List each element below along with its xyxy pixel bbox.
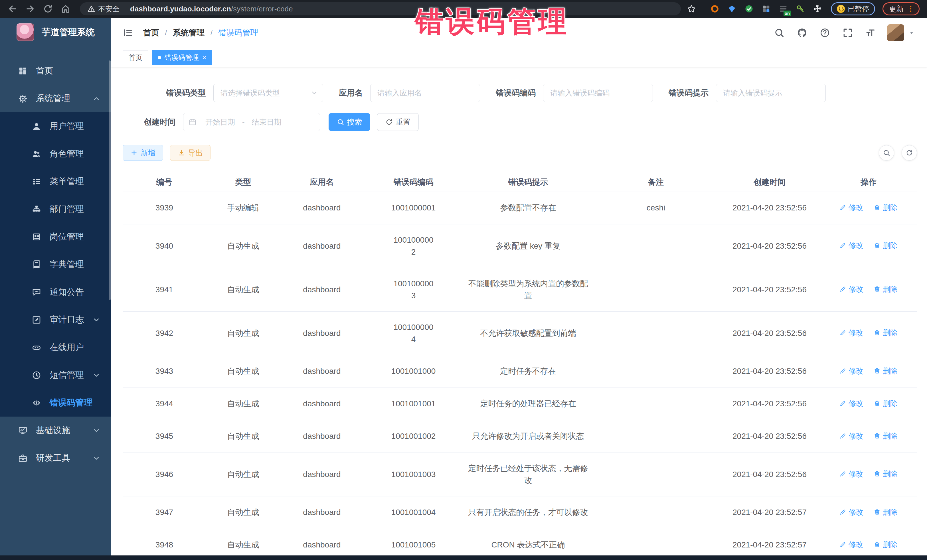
bookmark-star-icon[interactable] [687,4,696,14]
add-button[interactable]: 新增 [123,145,163,161]
refresh-table-button[interactable] [902,145,917,161]
github-icon[interactable] [797,28,807,38]
url-domain[interactable]: dashboard.yudao.iocoder.cn [130,5,231,14]
sidebar-item[interactable]: 研发工具 [0,444,111,472]
view-tab[interactable]: 首页 [123,50,148,65]
table-row[interactable]: 3940 自动生成 dashboard 100100000 2 参数配置 key… [123,224,917,268]
edit-link[interactable]: 修改 [839,539,863,551]
sidebar-item[interactable]: 首页 [0,57,111,85]
avatar-caret-down-icon[interactable] [908,29,915,36]
paused-extension-chip[interactable]: 已暂停 [831,2,875,15]
blue-gem-extension-icon[interactable] [726,3,737,14]
end-date-input[interactable] [245,118,288,127]
table-row[interactable]: 3946 自动生成 dashboard 1001001003 定时任务已经处于该… [123,452,917,496]
sidebar-item[interactable]: 通知公告 [0,278,111,306]
rows-extension-icon[interactable]: on [778,3,789,14]
security-label[interactable]: 不安全 [98,4,120,14]
breadcrumb-item[interactable]: 错误码管理 [205,27,258,38]
fullscreen-icon[interactable] [843,28,853,38]
green-key-extension-icon[interactable] [795,3,806,14]
sidebar-item[interactable]: 部门管理 [0,195,111,223]
edit-link[interactable]: 修改 [839,202,863,214]
delete-link[interactable]: 删除 [874,398,898,410]
hamburger-icon[interactable] [123,27,134,38]
delete-link[interactable]: 删除 [874,365,898,377]
view-tab[interactable]: 错误码管理 × [152,50,212,65]
trash-icon [874,470,880,477]
edit-link[interactable]: 修改 [839,398,863,410]
delete-link[interactable]: 删除 [874,202,898,214]
sidebar-scrollbar[interactable] [109,61,111,300]
start-date-input[interactable] [199,118,242,127]
browser-menu-dots-icon[interactable] [907,5,915,13]
green-check-extension-icon[interactable] [744,3,754,14]
browser-reload-icon[interactable] [43,4,53,14]
search-icon [337,118,344,126]
toggle-search-button[interactable] [879,145,894,161]
filter-input[interactable] [716,84,826,102]
logo[interactable]: 芋道管理系统 [0,18,111,47]
delete-link[interactable]: 删除 [874,539,898,551]
orange-ring-extension-icon[interactable] [710,3,720,14]
edit-link[interactable]: 修改 [839,506,863,518]
filter-input[interactable] [213,84,323,102]
edit-link[interactable]: 修改 [839,283,863,295]
delete-link[interactable]: 删除 [874,327,898,339]
chevron-down-icon[interactable] [311,89,318,97]
table-row[interactable]: 3941 自动生成 dashboard 100100000 3 不能删除类型为系… [123,268,917,311]
delete-link[interactable]: 删除 [874,430,898,442]
refresh-icon [906,149,913,156]
grid-extension-icon[interactable] [761,3,772,14]
reset-button[interactable]: 重置 [377,113,419,131]
edit-link[interactable]: 修改 [839,240,863,252]
cell-type: 自动生成 [206,224,280,268]
filter-input[interactable] [543,84,653,102]
sidebar-item[interactable]: 审计日志 [0,306,111,334]
font-size-icon[interactable] [865,28,876,38]
table-row[interactable]: 3939 手动编辑 dashboard 1001000001 参数配置不存在 c… [123,191,917,224]
sidebar-item[interactable]: 短信管理 [0,361,111,389]
sidebar-item[interactable]: 岗位管理 [0,223,111,250]
search-icon[interactable] [774,28,784,38]
address-bar[interactable]: 不安全 dashboard.yudao.iocoder.cn /system/e… [80,2,681,15]
filter-input[interactable] [370,84,480,102]
chrome-update-button[interactable]: 更新 [883,2,919,15]
table-row[interactable]: 3942 自动生成 dashboard 100100000 4 不允许获取敏感配… [123,311,917,355]
browser-back-icon[interactable] [8,4,18,14]
url-path[interactable]: /system/error-code [231,5,293,14]
table-row[interactable]: 3945 自动生成 dashboard 1001001002 只允许修改为开启或… [123,420,917,452]
table-row[interactable]: 3943 自动生成 dashboard 1001001000 定时任务不存在 2… [123,355,917,387]
browser-forward-icon[interactable] [25,4,35,14]
delete-link[interactable]: 删除 [874,506,898,518]
cell-actions: 修改 删除 [820,191,917,224]
breadcrumb-item[interactable]: 系统管理 [159,27,205,38]
search-button[interactable]: 搜索 [328,113,370,131]
sidebar-item[interactable]: 角色管理 [0,140,111,168]
delete-link[interactable]: 删除 [874,283,898,295]
edit-link[interactable]: 修改 [839,430,863,442]
edit-link[interactable]: 修改 [839,468,863,480]
table-row[interactable]: 3947 自动生成 dashboard 1001001004 只有开启状态的任务… [123,496,917,529]
delete-link[interactable]: 删除 [874,240,898,252]
edit-link[interactable]: 修改 [839,327,863,339]
breadcrumb-item[interactable]: 首页 [143,27,159,38]
date-range-picker[interactable]: - [183,113,320,131]
sidebar-item[interactable]: 菜单管理 [0,168,111,195]
close-icon[interactable]: × [202,54,206,61]
browser-home-icon[interactable] [61,4,71,14]
export-button[interactable]: 导出 [170,145,211,161]
help-icon[interactable] [820,28,830,38]
sidebar-item[interactable]: 错误码管理 [0,389,111,417]
table-row[interactable]: 3944 自动生成 dashboard 1001001001 定时任务的处理器已… [123,387,917,420]
delete-link[interactable]: 删除 [874,468,898,480]
sidebar-item[interactable]: 字典管理 [0,250,111,278]
edit-link[interactable]: 修改 [839,365,863,377]
sidebar-item[interactable]: 系统管理 [0,85,111,112]
sidebar-item[interactable]: 基础设施 [0,417,111,444]
chevron-icon [93,371,100,379]
puzzle-extension-icon[interactable] [812,3,823,14]
sidebar-item[interactable]: 在线用户 [0,334,111,361]
sidebar-item[interactable]: 用户管理 [0,112,111,140]
user-avatar[interactable] [887,24,904,41]
cell-code: 1001001000 [363,355,464,387]
